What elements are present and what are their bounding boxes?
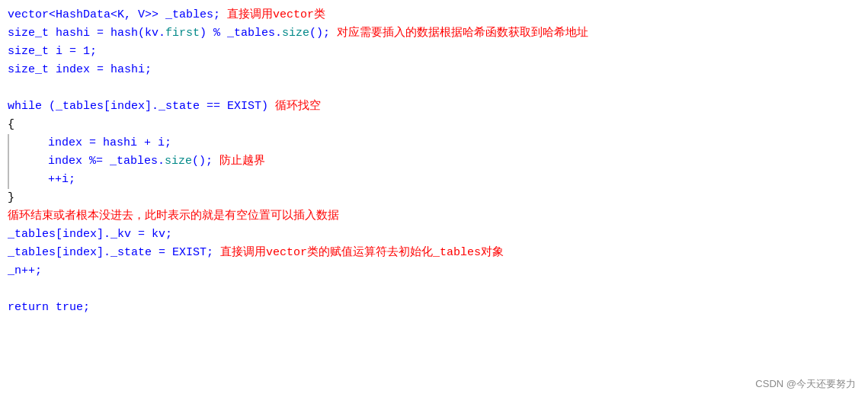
code-line-line12: 循环结束或者根本没进去，此时表示的就是有空位置可以插入数据 [8,207,860,226]
code-line-line8: index = hashi + i; [8,134,860,152]
code-line-line15: _n++; [8,262,860,280]
code-line-line2: size_t hashi = hash(kv.first) % _tables.… [8,24,860,43]
code-line-line13: _tables[index]._kv = kv; [8,226,860,244]
code-block: vector<HashData<K, V>> _tables; 直接调用vect… [0,0,868,397]
code-line-line5 [8,79,860,98]
code-line-line11: } [8,189,860,207]
code-line-line1: vector<HashData<K, V>> _tables; 直接调用vect… [8,6,860,24]
code-line-line16 [8,280,860,299]
watermark: CSDN @今天还要努力 [755,376,856,392]
code-line-line9: index %= _tables.size(); 防止越界 [8,152,860,171]
code-line-line3: size_t i = 1; [8,43,860,61]
code-line-line4: size_t index = hashi; [8,61,860,79]
code-line-line7: { [8,116,860,134]
code-line-line10: ++i; [8,171,860,189]
code-line-line6: while (_tables[index]._state == EXIST) 循… [8,98,860,116]
code-line-line14: _tables[index]._state = EXIST; 直接调用vecto… [8,244,860,262]
code-line-line17: return true; [8,299,860,317]
